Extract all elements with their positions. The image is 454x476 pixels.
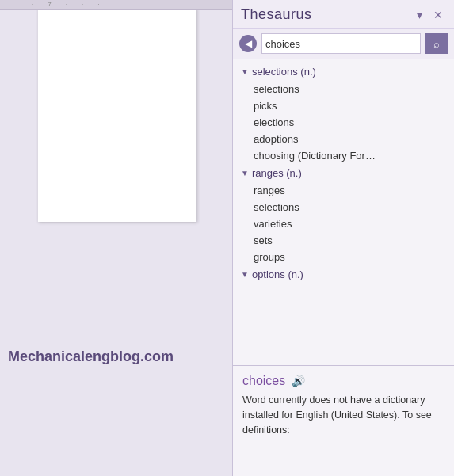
- search-icon: ⌕: [433, 38, 440, 50]
- collapse-icon-ranges: ▼: [241, 169, 249, 177]
- pin-button[interactable]: ▾: [414, 8, 425, 22]
- ruler-mark: 7: [48, 1, 51, 8]
- watermark-text: Mechanicalengblog.com: [8, 348, 174, 365]
- group-label-ranges: ranges (n.): [252, 167, 302, 179]
- list-item[interactable]: selections: [233, 199, 454, 215]
- search-bar: ◀ ⌕: [233, 29, 454, 59]
- list-item[interactable]: adoptions: [233, 131, 454, 147]
- definition-word: choices: [242, 374, 285, 388]
- definition-area: choices 🔊 Word currently does not have a…: [233, 365, 454, 476]
- list-item[interactable]: sets: [233, 232, 454, 249]
- collapse-icon-options: ▼: [241, 270, 249, 279]
- document-page: [38, 8, 196, 222]
- ruler-mark: ·: [82, 1, 83, 8]
- list-item[interactable]: elections: [233, 114, 454, 131]
- thesaurus-panel: Thesaurus ▾ ✕ ◀ ⌕ ▼ selections (n.) sele…: [232, 0, 454, 476]
- group-header-selections[interactable]: ▼ selections (n.): [233, 63, 454, 81]
- speaker-icon[interactable]: 🔊: [292, 375, 305, 387]
- group-header-ranges[interactable]: ▼ ranges (n.): [233, 164, 454, 182]
- ruler-mark: ·: [97, 1, 99, 8]
- list-item[interactable]: selections: [233, 81, 454, 97]
- back-icon: ◀: [245, 38, 252, 49]
- list-item[interactable]: choosing (Dictionary For…: [233, 147, 454, 164]
- search-input-wrapper: [261, 33, 421, 54]
- list-item[interactable]: varieties: [233, 215, 454, 232]
- group-header-options[interactable]: ▼ options (n.): [233, 265, 454, 284]
- ruler: · 7 · · ·: [0, 0, 234, 10]
- list-item[interactable]: groups: [233, 249, 454, 265]
- group-label-options: options (n.): [252, 268, 303, 280]
- close-button[interactable]: ✕: [430, 8, 446, 22]
- results-area: ▼ selections (n.) selections picks elect…: [233, 59, 454, 365]
- list-item[interactable]: picks: [233, 97, 454, 114]
- definition-word-row: choices 🔊: [242, 374, 444, 388]
- search-button[interactable]: ⌕: [425, 33, 448, 54]
- search-input[interactable]: [265, 38, 417, 50]
- panel-title: Thesaurus: [241, 6, 312, 23]
- back-button[interactable]: ◀: [239, 35, 257, 52]
- header-controls: ▾ ✕: [414, 8, 446, 22]
- panel-header: Thesaurus ▾ ✕: [233, 0, 454, 29]
- group-label-selections: selections (n.): [252, 66, 316, 78]
- results-list[interactable]: ▼ selections (n.) selections picks elect…: [233, 59, 454, 365]
- collapse-icon-selections: ▼: [241, 67, 249, 76]
- ruler-mark: ·: [32, 1, 33, 8]
- document-area: · 7 · · ·: [0, 0, 234, 476]
- ruler-mark: ·: [66, 1, 67, 8]
- definition-text: Word currently does not have a dictionar…: [242, 393, 444, 437]
- list-item[interactable]: ranges: [233, 182, 454, 199]
